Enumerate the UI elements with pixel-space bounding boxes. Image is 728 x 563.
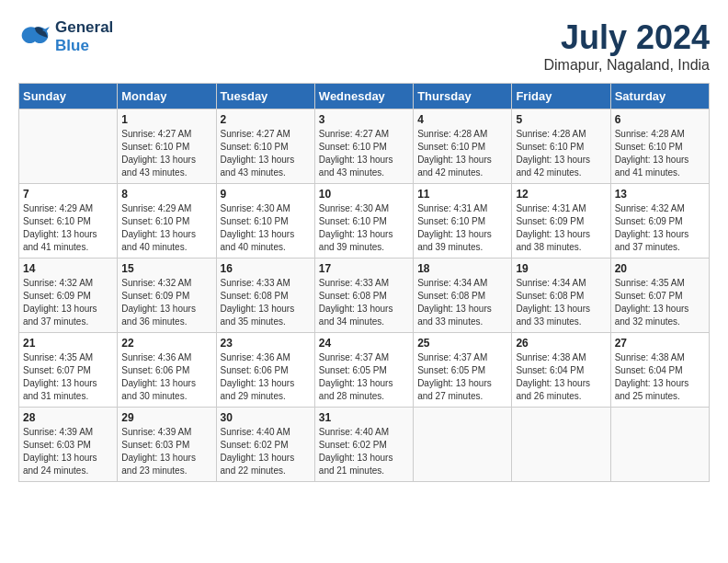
calendar-cell: 29Sunrise: 4:39 AM Sunset: 6:03 PM Dayli… [118, 408, 216, 482]
cell-sun-info: Sunrise: 4:28 AM Sunset: 6:10 PM Dayligh… [417, 128, 507, 179]
calendar-cell: 23Sunrise: 4:36 AM Sunset: 6:06 PM Dayli… [216, 333, 314, 408]
month-year-title: July 2024 [543, 18, 710, 57]
calendar-cell: 13Sunrise: 4:32 AM Sunset: 6:09 PM Dayli… [610, 184, 709, 259]
cell-sun-info: Sunrise: 4:40 AM Sunset: 6:02 PM Dayligh… [319, 426, 409, 477]
day-number: 15 [121, 262, 211, 275]
day-number: 2 [221, 113, 311, 126]
day-number: 25 [417, 337, 507, 350]
calendar-cell: 17Sunrise: 4:33 AM Sunset: 6:08 PM Dayli… [314, 259, 413, 333]
day-number: 17 [319, 262, 409, 275]
cell-sun-info: Sunrise: 4:28 AM Sunset: 6:10 PM Dayligh… [615, 128, 705, 179]
calendar-cell: 28Sunrise: 4:39 AM Sunset: 6:03 PM Dayli… [19, 408, 118, 482]
day-number: 30 [221, 411, 311, 424]
calendar-cell: 12Sunrise: 4:31 AM Sunset: 6:09 PM Dayli… [512, 184, 610, 259]
calendar-cell: 20Sunrise: 4:35 AM Sunset: 6:07 PM Dayli… [610, 259, 709, 333]
calendar-cell: 22Sunrise: 4:36 AM Sunset: 6:06 PM Dayli… [118, 333, 216, 408]
calendar-cell: 4Sunrise: 4:28 AM Sunset: 6:10 PM Daylig… [414, 109, 512, 184]
cell-sun-info: Sunrise: 4:28 AM Sunset: 6:10 PM Dayligh… [516, 128, 606, 179]
calendar-cell: 11Sunrise: 4:31 AM Sunset: 6:10 PM Dayli… [414, 184, 512, 259]
header-wednesday: Wednesday [314, 84, 413, 109]
header-friday: Friday [512, 84, 610, 109]
calendar-header-row: SundayMondayTuesdayWednesdayThursdayFrid… [19, 84, 710, 109]
cell-sun-info: Sunrise: 4:39 AM Sunset: 6:03 PM Dayligh… [23, 426, 113, 477]
cell-sun-info: Sunrise: 4:34 AM Sunset: 6:08 PM Dayligh… [516, 277, 606, 328]
calendar-cell: 6Sunrise: 4:28 AM Sunset: 6:10 PM Daylig… [610, 109, 709, 184]
day-number: 7 [23, 188, 113, 201]
day-number: 3 [319, 113, 409, 126]
cell-sun-info: Sunrise: 4:27 AM Sunset: 6:10 PM Dayligh… [121, 128, 211, 179]
calendar-cell: 18Sunrise: 4:34 AM Sunset: 6:08 PM Dayli… [414, 259, 512, 333]
day-number: 14 [23, 262, 113, 275]
cell-sun-info: Sunrise: 4:38 AM Sunset: 6:04 PM Dayligh… [516, 351, 606, 403]
calendar-cell: 14Sunrise: 4:32 AM Sunset: 6:09 PM Dayli… [19, 259, 118, 333]
calendar-cell: 26Sunrise: 4:38 AM Sunset: 6:04 PM Dayli… [512, 333, 610, 408]
calendar-cell [414, 408, 512, 482]
calendar-cell: 8Sunrise: 4:29 AM Sunset: 6:10 PM Daylig… [118, 184, 216, 259]
day-number: 18 [417, 262, 507, 275]
day-number: 24 [319, 337, 409, 350]
cell-sun-info: Sunrise: 4:33 AM Sunset: 6:08 PM Dayligh… [319, 277, 409, 328]
calendar-cell: 19Sunrise: 4:34 AM Sunset: 6:08 PM Dayli… [512, 259, 610, 333]
day-number: 20 [615, 262, 705, 275]
day-number: 5 [516, 113, 606, 126]
cell-sun-info: Sunrise: 4:31 AM Sunset: 6:09 PM Dayligh… [516, 202, 606, 254]
calendar-week-row: 14Sunrise: 4:32 AM Sunset: 6:09 PM Dayli… [19, 259, 710, 333]
calendar-cell: 5Sunrise: 4:28 AM Sunset: 6:10 PM Daylig… [512, 109, 610, 184]
calendar-cell: 7Sunrise: 4:29 AM Sunset: 6:10 PM Daylig… [19, 184, 118, 259]
day-number: 16 [221, 262, 311, 275]
calendar-cell: 2Sunrise: 4:27 AM Sunset: 6:10 PM Daylig… [216, 109, 314, 184]
cell-sun-info: Sunrise: 4:38 AM Sunset: 6:04 PM Dayligh… [615, 351, 705, 403]
calendar-cell [19, 109, 118, 184]
cell-sun-info: Sunrise: 4:37 AM Sunset: 6:05 PM Dayligh… [417, 351, 507, 403]
calendar-cell: 3Sunrise: 4:27 AM Sunset: 6:10 PM Daylig… [314, 109, 413, 184]
cell-sun-info: Sunrise: 4:32 AM Sunset: 6:09 PM Dayligh… [23, 277, 113, 328]
day-number: 22 [121, 337, 211, 350]
header-monday: Monday [118, 84, 216, 109]
header-thursday: Thursday [414, 84, 512, 109]
cell-sun-info: Sunrise: 4:36 AM Sunset: 6:06 PM Dayligh… [221, 351, 311, 403]
day-number: 8 [121, 188, 211, 201]
day-number: 31 [319, 411, 409, 424]
cell-sun-info: Sunrise: 4:36 AM Sunset: 6:06 PM Dayligh… [121, 351, 211, 403]
cell-sun-info: Sunrise: 4:32 AM Sunset: 6:09 PM Dayligh… [615, 202, 705, 254]
cell-sun-info: Sunrise: 4:31 AM Sunset: 6:10 PM Dayligh… [417, 202, 507, 254]
calendar-cell: 16Sunrise: 4:33 AM Sunset: 6:08 PM Dayli… [216, 259, 314, 333]
logo: General Blue [18, 18, 113, 54]
cell-sun-info: Sunrise: 4:33 AM Sunset: 6:08 PM Dayligh… [221, 277, 311, 328]
day-number: 28 [23, 411, 113, 424]
cell-sun-info: Sunrise: 4:29 AM Sunset: 6:10 PM Dayligh… [23, 202, 113, 254]
calendar-cell: 9Sunrise: 4:30 AM Sunset: 6:10 PM Daylig… [216, 184, 314, 259]
title-section: July 2024 Dimapur, Nagaland, India [543, 18, 710, 74]
header-tuesday: Tuesday [216, 84, 314, 109]
calendar-cell: 30Sunrise: 4:40 AM Sunset: 6:02 PM Dayli… [216, 408, 314, 482]
day-number: 12 [516, 188, 606, 201]
cell-sun-info: Sunrise: 4:39 AM Sunset: 6:03 PM Dayligh… [121, 426, 211, 477]
day-number: 23 [221, 337, 311, 350]
logo-text: General Blue [55, 18, 113, 54]
page-header: General Blue July 2024 Dimapur, Nagaland… [18, 18, 710, 74]
calendar-body: 1Sunrise: 4:27 AM Sunset: 6:10 PM Daylig… [19, 109, 710, 482]
day-number: 26 [516, 337, 606, 350]
calendar-cell: 1Sunrise: 4:27 AM Sunset: 6:10 PM Daylig… [118, 109, 216, 184]
day-number: 13 [615, 188, 705, 201]
calendar-cell: 25Sunrise: 4:37 AM Sunset: 6:05 PM Dayli… [414, 333, 512, 408]
calendar-week-row: 21Sunrise: 4:35 AM Sunset: 6:07 PM Dayli… [19, 333, 710, 408]
day-number: 6 [615, 113, 705, 126]
day-number: 29 [121, 411, 211, 424]
cell-sun-info: Sunrise: 4:30 AM Sunset: 6:10 PM Dayligh… [221, 202, 311, 254]
calendar-cell: 27Sunrise: 4:38 AM Sunset: 6:04 PM Dayli… [610, 333, 709, 408]
calendar-week-row: 28Sunrise: 4:39 AM Sunset: 6:03 PM Dayli… [19, 408, 710, 482]
logo-icon [18, 23, 51, 51]
cell-sun-info: Sunrise: 4:34 AM Sunset: 6:08 PM Dayligh… [417, 277, 507, 328]
day-number: 21 [23, 337, 113, 350]
calendar-cell: 24Sunrise: 4:37 AM Sunset: 6:05 PM Dayli… [314, 333, 413, 408]
cell-sun-info: Sunrise: 4:32 AM Sunset: 6:09 PM Dayligh… [121, 277, 211, 328]
cell-sun-info: Sunrise: 4:30 AM Sunset: 6:10 PM Dayligh… [319, 202, 409, 254]
calendar-cell: 10Sunrise: 4:30 AM Sunset: 6:10 PM Dayli… [314, 184, 413, 259]
calendar-cell: 31Sunrise: 4:40 AM Sunset: 6:02 PM Dayli… [314, 408, 413, 482]
cell-sun-info: Sunrise: 4:27 AM Sunset: 6:10 PM Dayligh… [319, 128, 409, 179]
calendar-cell [512, 408, 610, 482]
location-subtitle: Dimapur, Nagaland, India [543, 57, 710, 74]
day-number: 1 [121, 113, 211, 126]
cell-sun-info: Sunrise: 4:29 AM Sunset: 6:10 PM Dayligh… [121, 202, 211, 254]
